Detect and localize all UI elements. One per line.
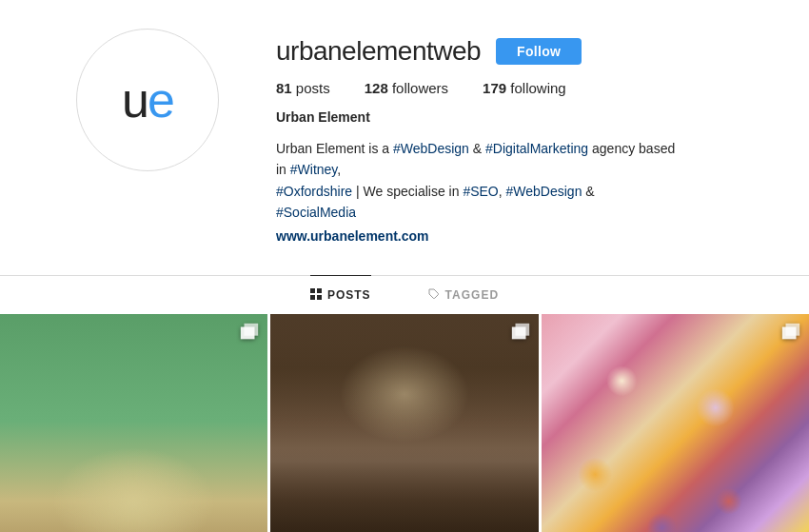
bio-text-2: & xyxy=(469,141,485,156)
tag-icon xyxy=(428,287,440,303)
posts-count: 81 xyxy=(276,80,292,96)
following-label: following xyxy=(510,80,565,96)
multi-photo-icon-2 xyxy=(510,322,531,346)
bio-comma: , xyxy=(337,162,341,177)
stats-row: 81 posts 128 followers 179 following xyxy=(276,80,676,96)
profile-section: ue urbanelementweb Follow 81 posts 128 f… xyxy=(0,0,809,266)
grid-icon xyxy=(310,287,322,303)
hashtag-webdesign-2[interactable]: #WebDesign xyxy=(506,184,582,199)
bio-text-6: , xyxy=(499,184,506,199)
tab-posts-label: POSTS xyxy=(327,288,371,302)
svg-rect-2 xyxy=(310,295,315,300)
website-link[interactable]: www.urbanelement.com xyxy=(276,226,676,246)
tab-posts[interactable]: POSTS xyxy=(310,275,371,314)
grid-item-1[interactable] xyxy=(0,314,267,532)
tab-tagged[interactable]: TAGGED xyxy=(428,275,499,314)
followers-label: followers xyxy=(392,80,448,96)
profile-name-row: urbanelementweb Follow xyxy=(276,36,676,67)
hashtag-webdesign-1[interactable]: #WebDesign xyxy=(393,141,469,156)
avatar: ue xyxy=(76,29,219,171)
follow-button[interactable]: Follow xyxy=(496,38,582,65)
bio-text-5: | We specialise in xyxy=(352,184,463,199)
username: urbanelementweb xyxy=(276,36,481,67)
hashtag-digitalmarketing[interactable]: #DigitalMarketing xyxy=(485,141,588,156)
svg-rect-0 xyxy=(310,288,315,293)
bio: Urban Element is a #WebDesign & #Digital… xyxy=(276,138,676,246)
hashtag-oxfordshire[interactable]: #Oxfordshire xyxy=(276,184,352,199)
followers-count: 128 xyxy=(365,80,388,96)
bio-text-7: & xyxy=(582,184,594,199)
tab-tagged-label: TAGGED xyxy=(445,288,499,302)
hashtag-socialmedia[interactable]: #SocialMedia xyxy=(276,205,356,220)
posts-label: posts xyxy=(296,80,330,96)
svg-rect-1 xyxy=(317,288,322,293)
profile-info: urbanelementweb Follow 81 posts 128 foll… xyxy=(276,29,676,246)
tabs-section: POSTS TAGGED xyxy=(0,275,809,314)
multi-photo-icon-3 xyxy=(780,322,801,346)
following-count: 179 xyxy=(483,80,506,96)
followers-stat[interactable]: 128 followers xyxy=(365,80,448,96)
avatar-initials: ue xyxy=(122,71,173,128)
svg-rect-3 xyxy=(317,295,322,300)
display-name: Urban Element xyxy=(276,109,676,125)
photo-grid xyxy=(0,314,809,532)
hashtag-witney[interactable]: #Witney xyxy=(290,162,338,177)
grid-item-3[interactable] xyxy=(542,314,809,532)
posts-stat: 81 posts xyxy=(276,80,330,96)
bio-text-1: Urban Element is a xyxy=(276,141,393,156)
following-stat[interactable]: 179 following xyxy=(483,80,566,96)
multi-photo-icon-1 xyxy=(239,322,260,346)
grid-item-2[interactable] xyxy=(270,314,538,532)
hashtag-seo[interactable]: #SEO xyxy=(463,184,498,199)
